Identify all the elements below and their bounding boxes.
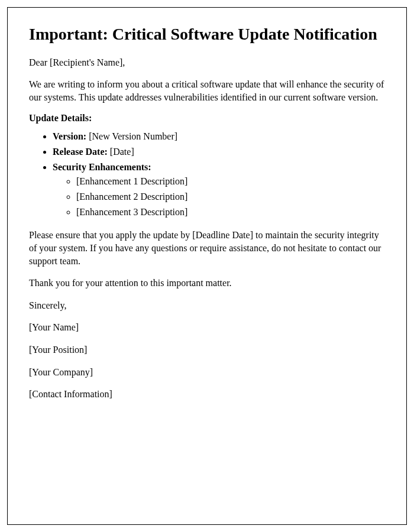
version-value: [New Version Number] [86,131,177,141]
detail-security: Security Enhancements: [Enhancement 1 De… [53,160,385,219]
release-date-value: [Date] [108,147,134,157]
update-details-label: Update Details: [29,113,385,124]
deadline-paragraph: Please ensure that you apply the update … [29,229,385,267]
security-enhancements-label: Security Enhancements: [53,162,151,172]
enhancement-item: [Enhancement 1 Description] [76,174,385,189]
detail-release-date: Release Date: [Date] [53,145,385,159]
enhancement-item: [Enhancement 2 Description] [76,190,385,204]
enhancements-list: [Enhancement 1 Description] [Enhancement… [76,174,385,219]
version-label: Version: [53,131,86,141]
greeting-line: Dear [Recipient's Name], [29,56,385,69]
signature-name: [Your Name] [29,321,385,334]
enhancement-item: [Enhancement 3 Description] [76,205,385,219]
thanks-paragraph: Thank you for your attention to this imp… [29,277,385,290]
page-title: Important: Critical Software Update Noti… [29,24,385,44]
detail-version: Version: [New Version Number] [53,129,385,144]
closing-line: Sincerely, [29,299,385,312]
signature-company: [Your Company] [29,366,385,379]
signature-position: [Your Position] [29,343,385,356]
intro-paragraph: We are writing to inform you about a cri… [29,78,385,103]
signature-contact: [Contact Information] [29,388,385,401]
document-page: Important: Critical Software Update Noti… [7,7,407,525]
release-date-label: Release Date: [53,147,108,157]
update-details-list: Version: [New Version Number] Release Da… [53,129,385,219]
